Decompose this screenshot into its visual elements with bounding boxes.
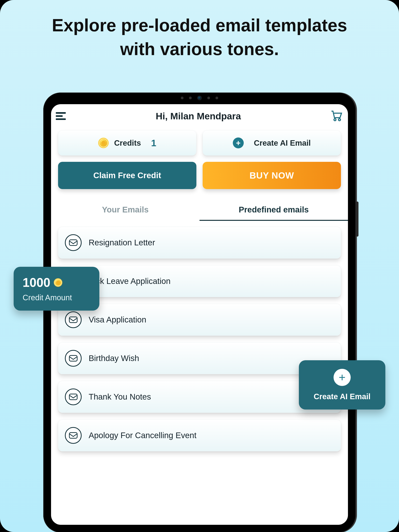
app-header: Hi, Milan Mendpara <box>51 104 348 126</box>
buy-now-label: BUY NOW <box>250 170 294 181</box>
credit-amount-label: Credit Amount <box>23 293 90 302</box>
mail-icon <box>65 311 82 328</box>
tab-your-emails[interactable]: Your Emails <box>51 200 200 221</box>
buy-now-button[interactable]: BUY NOW <box>203 162 341 189</box>
create-ai-email-callout[interactable]: + Create AI Email <box>299 360 385 410</box>
tablet-notch <box>181 96 218 100</box>
template-title: Thank You Notes <box>89 392 151 402</box>
list-item[interactable]: Sick Leave Application <box>58 265 341 297</box>
credits-label: Credits <box>114 139 141 147</box>
greeting-text: Hi, Milan Mendpara <box>156 111 241 121</box>
cart-icon[interactable] <box>330 110 342 122</box>
template-title: Visa Application <box>89 315 146 324</box>
mail-icon <box>65 427 82 444</box>
plus-icon: + <box>334 369 351 386</box>
promo-headline: Explore pre-loaded email templates with … <box>0 14 399 61</box>
claim-free-credit-label: Claim Free Credit <box>93 171 161 180</box>
credits-value: 1 <box>151 138 156 148</box>
credit-amount-callout: 1000 Credit Amount <box>14 267 99 310</box>
coin-icon <box>98 138 109 148</box>
template-title: Resignation Letter <box>89 238 155 247</box>
mail-icon <box>65 388 82 405</box>
plus-icon: + <box>233 138 244 148</box>
credit-amount-value: 1000 <box>23 275 50 290</box>
claim-free-credit-button[interactable]: Claim Free Credit <box>58 162 196 189</box>
list-item[interactable]: Birthday Wish <box>58 342 341 374</box>
list-item[interactable]: Thank You Notes <box>58 381 341 413</box>
mail-icon <box>65 350 82 367</box>
create-ai-email-callout-label: Create AI Email <box>314 392 371 401</box>
credits-card[interactable]: Credits 1 <box>58 130 196 156</box>
template-title: Birthday Wish <box>89 354 139 363</box>
svg-point-1 <box>338 119 340 121</box>
svg-rect-6 <box>69 394 77 399</box>
svg-rect-7 <box>69 432 77 438</box>
coin-icon <box>54 278 62 287</box>
list-item[interactable]: Visa Application <box>58 304 341 336</box>
tablet-frame: Hi, Milan Mendpara Credits 1 + Create AI… <box>43 93 356 532</box>
svg-rect-2 <box>69 240 77 245</box>
template-title: Apology For Cancelling Event <box>89 431 196 440</box>
template-list: Resignation Letter Sick Leave Applicatio… <box>51 221 348 451</box>
list-item[interactable]: Resignation Letter <box>58 227 341 259</box>
create-ai-email-label: Create AI Email <box>254 139 311 147</box>
template-title: Sick Leave Application <box>89 277 170 286</box>
create-ai-email-card[interactable]: + Create AI Email <box>203 130 341 156</box>
svg-rect-5 <box>69 355 77 361</box>
tab-predefined-emails[interactable]: Predefined emails <box>200 200 348 221</box>
svg-rect-4 <box>69 317 77 323</box>
list-item[interactable]: Apology For Cancelling Event <box>58 419 341 451</box>
mail-icon <box>65 234 82 251</box>
svg-point-0 <box>334 119 336 121</box>
app-screen: Hi, Milan Mendpara Credits 1 + Create AI… <box>51 104 348 525</box>
tabs: Your Emails Predefined emails <box>51 200 348 221</box>
menu-icon[interactable] <box>55 111 66 121</box>
